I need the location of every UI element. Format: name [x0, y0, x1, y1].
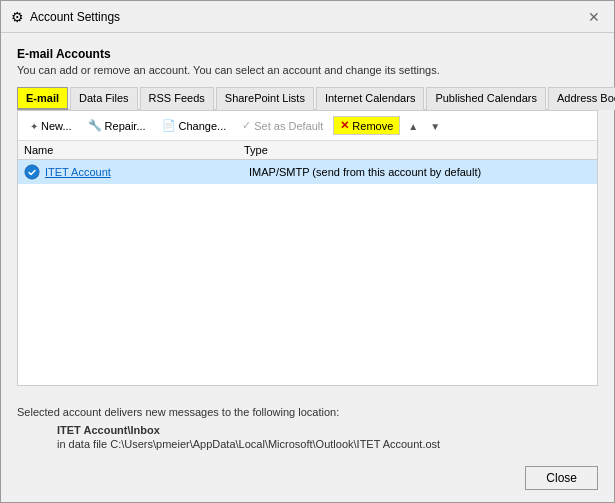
change-button[interactable]: Change...: [156, 117, 233, 134]
tab-published-calendars[interactable]: Published Calendars: [426, 87, 546, 110]
up-arrow-icon: [408, 119, 418, 133]
bottom-section: Selected account delivers new messages t…: [1, 396, 614, 458]
tab-internet-calendars[interactable]: Internet Calendars: [316, 87, 425, 110]
tabs-container: E-mail Data Files RSS Feeds SharePoint L…: [17, 86, 598, 111]
change-icon: [162, 119, 176, 132]
new-icon: [30, 120, 38, 132]
down-arrow-icon: [430, 119, 440, 133]
footer: Close: [1, 458, 614, 502]
set-default-button[interactable]: Set as Default: [236, 117, 329, 134]
remove-button[interactable]: Remove: [333, 116, 400, 135]
data-file-path: in data file C:\Users\pmeier\AppData\Loc…: [17, 438, 598, 450]
new-button[interactable]: New...: [24, 118, 78, 134]
svg-point-0: [25, 165, 39, 179]
email-toolbar: New... Repair... Change... Set as Defaul…: [18, 111, 597, 141]
x-icon: [340, 119, 349, 132]
table-header: Name Type: [18, 141, 597, 160]
tab-panel-email: New... Repair... Change... Set as Defaul…: [17, 111, 598, 386]
table-row[interactable]: ITET Account IMAP/SMTP (send from this a…: [18, 160, 597, 184]
section-desc: You can add or remove an account. You ca…: [17, 64, 598, 76]
window-close-button[interactable]: ✕: [584, 7, 604, 27]
col-header-type: Type: [244, 144, 591, 156]
dialog-title: Account Settings: [30, 10, 120, 24]
move-down-button[interactable]: [426, 117, 444, 135]
account-settings-dialog: Account Settings ✕ E-mail Accounts You c…: [0, 0, 615, 503]
deliver-label: Selected account delivers new messages t…: [17, 406, 598, 418]
title-bar: Account Settings ✕: [1, 1, 614, 33]
repair-icon: [88, 119, 102, 132]
section-title: E-mail Accounts: [17, 47, 598, 61]
title-bar-left: Account Settings: [11, 9, 120, 25]
tab-rss-feeds[interactable]: RSS Feeds: [140, 87, 214, 110]
repair-button[interactable]: Repair...: [82, 117, 152, 134]
account-path: ITET Account\Inbox: [17, 424, 598, 436]
close-dialog-button[interactable]: Close: [525, 466, 598, 490]
tab-email[interactable]: E-mail: [17, 87, 68, 110]
main-content: E-mail Accounts You can add or remove an…: [1, 33, 614, 396]
tab-sharepoint-lists[interactable]: SharePoint Lists: [216, 87, 314, 110]
tab-address-books[interactable]: Address Books: [548, 87, 615, 110]
account-type-cell: IMAP/SMTP (send from this account by def…: [249, 166, 591, 178]
tab-data-files[interactable]: Data Files: [70, 87, 138, 110]
account-name-cell[interactable]: ITET Account: [45, 166, 249, 178]
account-table: ITET Account IMAP/SMTP (send from this a…: [18, 160, 597, 385]
check-icon: [242, 119, 251, 132]
move-up-button[interactable]: [404, 117, 422, 135]
dialog-icon: [11, 9, 24, 25]
col-header-name: Name: [24, 144, 244, 156]
account-icon: [24, 164, 40, 180]
